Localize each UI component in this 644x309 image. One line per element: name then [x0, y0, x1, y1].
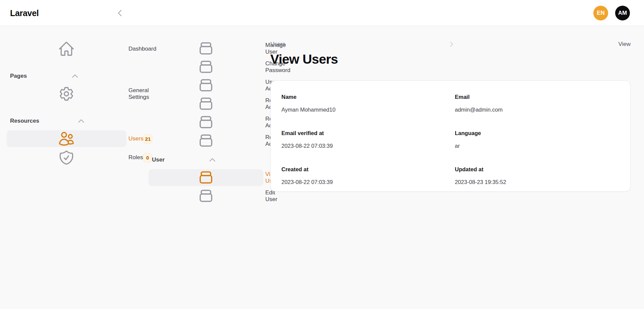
sidebar-item-label: General Settings [128, 87, 149, 101]
submenu-item-view-user[interactable]: View User [149, 169, 263, 186]
submenu-item-record-activities-3[interactable]: Record Activities 6 [149, 132, 263, 149]
field-value: 2023-08-23 19:35:52 [455, 179, 620, 185]
section-label: Pages [10, 73, 27, 79]
field-value: Ayman Mohammed10 [281, 106, 446, 113]
submenu-item-user-activities[interactable]: User Activities 6 [149, 77, 263, 94]
field-label: Created at [281, 166, 446, 173]
chevron-up-icon[interactable] [165, 156, 260, 164]
page-title: View Users [270, 52, 631, 67]
sidebar-collapse-button[interactable] [114, 7, 125, 19]
app-logo[interactable]: Laravel [10, 8, 39, 18]
sidebar-section-pages: Pages [7, 72, 126, 80]
submenu-item-manage-user[interactable]: Manage User [149, 40, 263, 57]
chevron-left-icon [115, 9, 124, 17]
field-email: Email admin@admin.com [455, 94, 620, 113]
section-label: User [152, 157, 165, 163]
sidebar: Dashboard Pages General Settings Resourc… [7, 26, 126, 166]
chevron-up-icon[interactable] [27, 72, 123, 80]
submenu-item-record-activities-2[interactable]: Record Activities 6 [149, 114, 263, 131]
archive-box-icon [153, 169, 259, 186]
submenu: Manage User Change Password User Activit… [149, 26, 263, 204]
home-icon [11, 41, 122, 57]
field-label: Updated at [455, 166, 620, 173]
field-label: Email verified at [281, 130, 446, 136]
field-language: Language ar [455, 130, 620, 149]
breadcrumb-current: View [618, 41, 631, 48]
section-label: Resources [10, 118, 39, 124]
sidebar-item-label: Users [128, 135, 143, 142]
submenu-item-record-activities-1[interactable]: Record Activities 6 [149, 96, 263, 112]
users-icon [11, 130, 122, 147]
shield-check-icon [11, 149, 122, 166]
field-label: Email [455, 94, 620, 100]
archive-box-icon [153, 132, 259, 149]
sidebar-item-roles[interactable]: Roles 0 [7, 149, 126, 166]
sidebar-item-label: Roles [128, 154, 143, 161]
breadcrumb-users-link[interactable]: Users [270, 41, 285, 48]
main-content: Users View View Users Name Ayman Mohamme… [270, 26, 631, 192]
sidebar-item-users[interactable]: Users 21 [7, 130, 126, 147]
sidebar-item-general-settings[interactable]: General Settings [7, 85, 126, 102]
field-value: ar [455, 142, 620, 149]
sidebar-item-dashboard[interactable]: Dashboard [7, 41, 126, 57]
sidebar-section-resources: Resources [7, 117, 126, 125]
submenu-item-edit-user[interactable]: Edit User [149, 188, 263, 204]
field-label: Name [281, 94, 446, 100]
field-value: 2023-08-22 07:03:39 [281, 142, 446, 149]
field-value: 2023-08-22 07:03:39 [281, 179, 446, 185]
archive-box-icon [153, 114, 259, 131]
chevron-right-icon [289, 41, 614, 48]
field-created-at: Created at 2023-08-22 07:03:39 [281, 166, 446, 185]
topbar-right: EN AM [593, 6, 630, 20]
gear-icon [11, 85, 122, 102]
field-label: Language [455, 130, 620, 136]
field-value: admin@admin.com [455, 106, 620, 113]
field-email-verified-at: Email verified at 2023-08-22 07:03:39 [281, 130, 446, 149]
chevron-up-icon[interactable] [39, 117, 123, 125]
archive-box-icon [153, 77, 259, 94]
archive-box-icon [153, 59, 259, 75]
user-details-card: Name Ayman Mohammed10 Email admin@admin.… [270, 80, 631, 192]
field-updated-at: Updated at 2023-08-23 19:35:52 [455, 166, 620, 185]
field-name: Name Ayman Mohammed10 [281, 94, 446, 113]
language-switcher-button[interactable]: EN [593, 6, 608, 20]
archive-box-icon [153, 40, 259, 57]
archive-box-icon [153, 188, 259, 204]
archive-box-icon [153, 96, 259, 112]
user-menu-avatar[interactable]: AM [615, 6, 630, 20]
breadcrumb: Users View [270, 41, 631, 48]
submenu-item-change-password[interactable]: Change Password [149, 59, 263, 75]
topbar: Laravel EN AM [0, 0, 644, 26]
submenu-section-user: User [149, 156, 263, 164]
